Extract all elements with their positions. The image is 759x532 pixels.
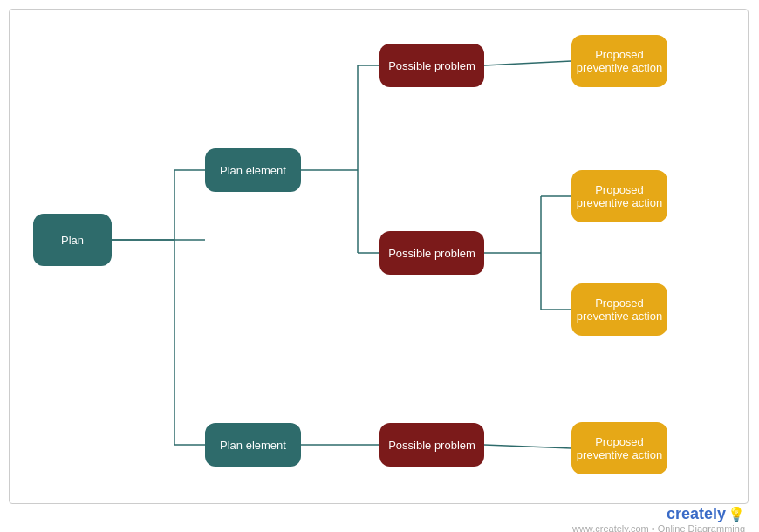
- possible-problem-2-label: Possible problem: [388, 247, 475, 260]
- plan-label: Plan: [61, 234, 84, 247]
- possible-problem-1-label: Possible problem: [388, 59, 475, 72]
- plan-node[interactable]: Plan: [33, 214, 112, 266]
- possible-problem-2-node[interactable]: Possible problem: [380, 231, 484, 275]
- action-2-label: Proposed preventive action: [571, 183, 667, 209]
- action-1-label: Proposed preventive action: [571, 48, 667, 74]
- plan-element-1-node[interactable]: Plan element: [205, 148, 301, 192]
- footer: creately 💡 www.creately.com • Online Dia…: [0, 506, 759, 532]
- plan-element-2-node[interactable]: Plan element: [205, 423, 301, 467]
- creately-logo-text: creately: [667, 505, 726, 523]
- action-4-label: Proposed preventive action: [571, 435, 667, 461]
- action-4-node[interactable]: Proposed preventive action: [571, 422, 667, 474]
- footer-brand: creately 💡 www.creately.com • Online Dia…: [572, 505, 745, 533]
- svg-line-15: [484, 445, 571, 448]
- creately-bulb-icon: 💡: [728, 506, 745, 522]
- action-2-node[interactable]: Proposed preventive action: [571, 170, 667, 222]
- svg-line-10: [484, 61, 571, 65]
- possible-problem-3-label: Possible problem: [388, 439, 475, 452]
- action-1-node[interactable]: Proposed preventive action: [571, 35, 667, 87]
- footer-tagline: www.creately.com • Online Diagramming: [572, 523, 745, 533]
- plan-element-2-label: Plan element: [220, 439, 286, 452]
- action-3-label: Proposed preventive action: [571, 297, 667, 323]
- plan-element-1-label: Plan element: [220, 164, 286, 177]
- possible-problem-1-node[interactable]: Possible problem: [380, 44, 484, 87]
- action-3-node[interactable]: Proposed preventive action: [571, 283, 667, 336]
- possible-problem-3-node[interactable]: Possible problem: [380, 423, 484, 467]
- diagram-container: Plan Plan element Plan element Possible …: [0, 0, 759, 506]
